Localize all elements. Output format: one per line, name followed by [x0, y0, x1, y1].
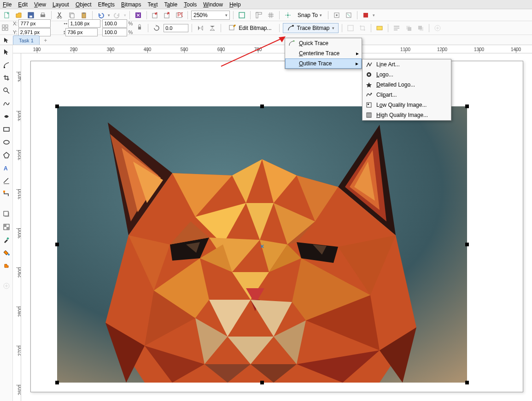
launcher-icon[interactable]	[361, 10, 371, 20]
menu-object[interactable]: Object	[76, 1, 92, 8]
menu-logo[interactable]: Logo...	[362, 70, 451, 80]
open-icon[interactable]	[14, 10, 24, 20]
drop-shadow-icon[interactable]	[1, 209, 12, 219]
menu-layout[interactable]: Layout	[53, 1, 69, 8]
freehand-tool-icon[interactable]	[1, 99, 12, 109]
selection-handle-s[interactable]	[260, 381, 264, 384]
menu-table[interactable]: Table	[164, 1, 178, 8]
menu-file[interactable]: File	[3, 1, 12, 8]
search-icon[interactable]	[133, 10, 143, 20]
snap-icon[interactable]	[283, 10, 293, 20]
zoom-tool-icon[interactable]	[1, 86, 12, 96]
snap-to-dropdown[interactable]: Snap To▾	[295, 11, 325, 20]
crop-icon[interactable]	[357, 23, 368, 33]
selection-handle-e[interactable]	[465, 243, 469, 246]
options-icon[interactable]	[332, 10, 342, 20]
height-input[interactable]: 736 px	[65, 28, 98, 36]
toolbox: A	[0, 45, 13, 401]
scale-x-input[interactable]: 100.0	[102, 19, 127, 28]
copy-icon[interactable]	[67, 10, 77, 20]
print-icon[interactable]	[38, 10, 48, 20]
quick-customize-icon[interactable]	[1, 281, 12, 291]
svg-rect-31	[348, 25, 353, 31]
menu-high-quality[interactable]: High Quality Image...	[362, 110, 451, 120]
add-icon[interactable]	[433, 23, 443, 33]
polygon-tool-icon[interactable]	[1, 150, 12, 160]
order-front-icon[interactable]	[403, 23, 414, 33]
fill-tool-icon[interactable]	[1, 248, 12, 258]
edit-bitmap-label: Edit Bitmap...	[239, 25, 271, 31]
rotate-icon[interactable]	[152, 23, 162, 33]
shape-tool-icon[interactable]	[1, 60, 12, 70]
outline-trace-submenu: Line Art... Logo... Detailed Logo... Cli…	[362, 59, 451, 121]
edit-bitmap-button[interactable]: Edit Bitmap...	[224, 23, 275, 33]
redo-icon[interactable]	[112, 10, 122, 20]
menu-clipart[interactable]: Clipart...	[362, 90, 451, 100]
order-back-icon[interactable]	[415, 23, 426, 33]
tab-task1[interactable]: Task 1	[13, 35, 40, 45]
undo-icon[interactable]	[96, 10, 106, 20]
scale-y-input[interactable]: 100.0	[102, 28, 127, 36]
x-position-input[interactable]: 777 px	[18, 19, 51, 28]
rotation-input[interactable]: 0.0	[164, 24, 188, 32]
selection-handle-se[interactable]	[465, 381, 469, 384]
menu-tools[interactable]: Tools	[184, 1, 197, 8]
wrap-text-icon[interactable]	[392, 23, 402, 33]
selection-handle-nw[interactable]	[55, 105, 59, 108]
smart-fill-icon[interactable]	[1, 261, 12, 271]
menu-centerline-trace[interactable]: Centerline Trace ▸	[285, 48, 362, 58]
add-tab-button[interactable]: +	[41, 36, 50, 45]
text-tool-icon[interactable]: A	[1, 163, 12, 173]
menu-bitmaps[interactable]: Bitmaps	[121, 1, 141, 8]
lock-ratio-icon[interactable]	[134, 23, 145, 33]
new-icon[interactable]	[2, 10, 12, 20]
trace-bitmap-button[interactable]: Trace Bitmap ▾	[283, 23, 339, 33]
canvas[interactable]: ×	[21, 53, 532, 401]
selection-center-icon[interactable]: ×	[260, 243, 264, 250]
selection-handle-n[interactable]	[260, 105, 264, 108]
crop-tool-icon[interactable]	[1, 73, 12, 83]
connector-tool-icon[interactable]	[1, 189, 12, 199]
mirror-h-icon[interactable]	[195, 23, 205, 33]
mirror-v-icon[interactable]	[207, 23, 217, 33]
menu-quick-trace[interactable]: Quick Trace	[285, 38, 362, 48]
save-icon[interactable]	[26, 10, 36, 20]
menu-window[interactable]: Window	[203, 1, 223, 8]
menu-detailed-logo[interactable]: Detailed Logo...	[362, 80, 451, 90]
options2-icon[interactable]	[344, 10, 354, 20]
grid-icon[interactable]	[266, 10, 276, 20]
selection-handle-ne[interactable]	[465, 105, 469, 108]
eyedropper-icon[interactable]	[1, 235, 12, 245]
menu-effects[interactable]: Effects	[98, 1, 115, 8]
svg-text:PDF: PDF	[177, 12, 183, 18]
zoom-level-input[interactable]: 250%▾	[191, 11, 230, 20]
pick-tool-selector-icon[interactable]	[2, 35, 11, 45]
paste-icon[interactable]	[79, 10, 89, 20]
rectangle-tool-icon[interactable]	[1, 124, 12, 134]
selection-handle-w[interactable]	[55, 243, 59, 246]
selection-handle-sw[interactable]	[55, 381, 59, 384]
menu-outline-trace[interactable]: Outline Trace ▸	[285, 58, 362, 69]
publish-icon[interactable]: PDF	[174, 10, 184, 20]
import-icon[interactable]	[150, 10, 160, 20]
ellipse-tool-icon[interactable]	[1, 137, 12, 147]
parallel-dim-icon[interactable]	[1, 176, 12, 186]
quick-trace-icon	[288, 40, 295, 47]
width-input[interactable]: 1,108 px	[68, 19, 100, 28]
fullscreen-icon[interactable]	[237, 10, 247, 20]
pick-tool-icon[interactable]	[1, 47, 12, 57]
artistic-media-icon[interactable]	[1, 111, 12, 122]
menu-view[interactable]: View	[34, 1, 46, 8]
cut-icon[interactable]	[55, 10, 65, 20]
svg-rect-25	[6, 25, 8, 27]
resample-icon[interactable]	[345, 23, 356, 33]
export-icon[interactable]	[162, 10, 172, 20]
menu-text[interactable]: Text	[147, 1, 158, 8]
rulers-icon[interactable]	[254, 10, 264, 20]
menu-line-art[interactable]: Line Art...	[362, 59, 451, 70]
transparency-icon[interactable]	[1, 222, 12, 232]
menu-help[interactable]: Help	[229, 1, 241, 8]
straighten-icon[interactable]	[374, 23, 385, 33]
menu-edit[interactable]: Edit	[18, 1, 28, 8]
menu-low-quality[interactable]: Low Quality Image...	[362, 100, 451, 110]
